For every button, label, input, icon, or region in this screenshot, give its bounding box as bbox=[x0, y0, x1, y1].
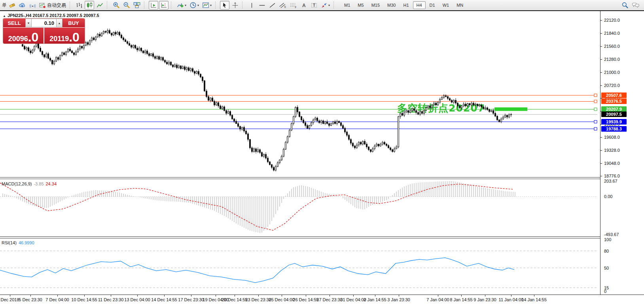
text-label-icon[interactable]: T bbox=[309, 1, 319, 9]
candle bbox=[218, 101, 219, 108]
current-price-tag[interactable]: 20097.5 bbox=[601, 111, 627, 117]
zoom-out-icon[interactable] bbox=[122, 1, 131, 9]
rsi-axis-label: 80 bbox=[604, 249, 609, 253]
templates-dropdown-caret[interactable]: ▾ bbox=[210, 4, 212, 7]
candle bbox=[74, 52, 75, 56]
new-order-button[interactable]: 单 bbox=[1, 1, 6, 9]
candle bbox=[161, 56, 162, 61]
toolbar-separator bbox=[144, 2, 146, 9]
line-chart-icon[interactable] bbox=[95, 1, 104, 9]
time-axis[interactable]: Dec 20185 Dec 23:307 Dec 04:0010 Dec 14:… bbox=[0, 295, 644, 306]
buy-button[interactable]: BUY bbox=[63, 19, 85, 27]
price-level-tag[interactable]: 20376.5 bbox=[601, 98, 627, 104]
candle bbox=[105, 30, 106, 33]
time-axis-tick bbox=[534, 295, 534, 297]
candle bbox=[366, 142, 367, 149]
candle bbox=[404, 110, 405, 117]
timeframe-button-h4[interactable]: H4 bbox=[413, 1, 426, 9]
periods-clock-icon[interactable]: ▾ bbox=[188, 1, 200, 9]
cursor-icon[interactable] bbox=[220, 1, 229, 9]
volume-increase-button[interactable]: ▲ bbox=[56, 19, 63, 27]
text-icon[interactable]: A bbox=[299, 1, 309, 9]
level-line-handle[interactable] bbox=[594, 100, 597, 103]
candle bbox=[155, 55, 156, 60]
candle bbox=[196, 70, 197, 74]
candlestick-chart-icon[interactable] bbox=[85, 1, 94, 9]
candle bbox=[81, 45, 83, 49]
price-axis[interactable]: 22120.021840.021560.021280.021000.020720… bbox=[600, 11, 644, 295]
price-level-tag[interactable]: 20207.9 bbox=[601, 106, 627, 112]
level-line-handle[interactable] bbox=[594, 94, 597, 97]
timeframe-button-d1[interactable]: D1 bbox=[426, 1, 439, 9]
price-axis-label: 19048.0 bbox=[604, 161, 620, 166]
vertical-line-icon[interactable] bbox=[247, 1, 256, 9]
candle bbox=[42, 51, 43, 57]
eraser-icon[interactable] bbox=[7, 1, 17, 9]
candle bbox=[204, 80, 205, 92]
arrows-dropdown-caret[interactable]: ▾ bbox=[328, 4, 330, 7]
rsi-pane bbox=[0, 238, 600, 295]
zoom-in-icon[interactable] bbox=[112, 1, 121, 9]
candle bbox=[473, 102, 474, 106]
candle bbox=[501, 117, 502, 123]
periods-dropdown-caret[interactable]: ▾ bbox=[197, 4, 199, 7]
auto-scroll-icon[interactable] bbox=[149, 1, 158, 9]
buy-price-main: 20119 bbox=[49, 35, 69, 42]
sell-price-panel[interactable]: 20096.0 bbox=[3, 28, 44, 43]
candle bbox=[299, 111, 300, 118]
timeframe-button-w1[interactable]: W1 bbox=[439, 1, 453, 9]
templates-icon[interactable]: ▾ bbox=[201, 1, 213, 9]
price-level-tag[interactable]: 20507.6 bbox=[601, 93, 627, 98]
level-line-handle[interactable] bbox=[594, 127, 597, 130]
price-level-tag[interactable]: 19788.3 bbox=[601, 126, 627, 132]
fibonacci-icon[interactable]: F bbox=[288, 1, 298, 9]
timeframe-button-m15[interactable]: M15 bbox=[368, 1, 383, 9]
chat-icon[interactable] bbox=[631, 1, 641, 9]
level-line-handle[interactable] bbox=[594, 120, 597, 123]
auto-trading-button[interactable]: 自动交易 bbox=[38, 1, 67, 9]
candle bbox=[157, 55, 158, 60]
candle bbox=[265, 152, 267, 159]
timeframe-button-h1[interactable]: H1 bbox=[400, 1, 412, 9]
trend-line-icon[interactable] bbox=[267, 1, 277, 9]
time-axis-tick bbox=[258, 295, 259, 297]
indicators-icon[interactable]: ▾ bbox=[176, 1, 188, 9]
indicators-dropdown-caret[interactable]: ▾ bbox=[185, 4, 186, 7]
candle bbox=[380, 143, 381, 147]
volume-decrease-button[interactable]: ▼ bbox=[25, 19, 32, 27]
time-axis-tick bbox=[353, 295, 354, 297]
candle bbox=[172, 64, 174, 68]
candle bbox=[115, 31, 116, 36]
timeframe-button-m1[interactable]: M1 bbox=[341, 1, 354, 9]
candle bbox=[360, 141, 362, 145]
level-line-handle[interactable] bbox=[594, 108, 597, 111]
highlight-rectangle[interactable] bbox=[494, 108, 527, 111]
price-axis-tick bbox=[600, 176, 602, 176]
horizontal-line-icon[interactable] bbox=[257, 1, 267, 9]
bar-chart-icon[interactable] bbox=[74, 1, 84, 9]
candle bbox=[477, 104, 478, 108]
chart-shift-icon[interactable] bbox=[159, 1, 169, 9]
signals-icon[interactable] bbox=[28, 1, 37, 9]
candle bbox=[28, 46, 29, 52]
equidistant-channel-icon[interactable]: E bbox=[278, 1, 288, 9]
publish-cloud-icon[interactable] bbox=[17, 1, 27, 9]
candle bbox=[358, 141, 360, 147]
auto-trading-label: 自动交易 bbox=[47, 2, 66, 9]
price-axis-label: 18776.0 bbox=[604, 174, 620, 178]
candle bbox=[228, 110, 229, 114]
crosshair-icon[interactable] bbox=[230, 1, 240, 9]
search-icon[interactable] bbox=[620, 1, 630, 9]
timeframe-button-m30[interactable]: M30 bbox=[384, 1, 399, 9]
buy-price-panel[interactable]: 20119.0 bbox=[44, 28, 85, 43]
timeframe-button-m5[interactable]: M5 bbox=[354, 1, 367, 9]
trading-terminal-window: { "window": { "collapse_arrow": "▲", "ti… bbox=[0, 0, 644, 306]
timeframe-button-mn[interactable]: MN bbox=[453, 1, 467, 9]
one-click-collapse-arrow[interactable]: ▲ bbox=[3, 14, 6, 18]
price-axis-tick bbox=[600, 20, 602, 21]
arrows-icon[interactable]: ▾ bbox=[320, 1, 331, 9]
sell-button[interactable]: SELL bbox=[3, 19, 25, 27]
price-level-tag[interactable]: 19939.9 bbox=[601, 119, 627, 125]
tile-windows-icon[interactable] bbox=[132, 1, 142, 9]
volume-input[interactable] bbox=[32, 19, 56, 27]
